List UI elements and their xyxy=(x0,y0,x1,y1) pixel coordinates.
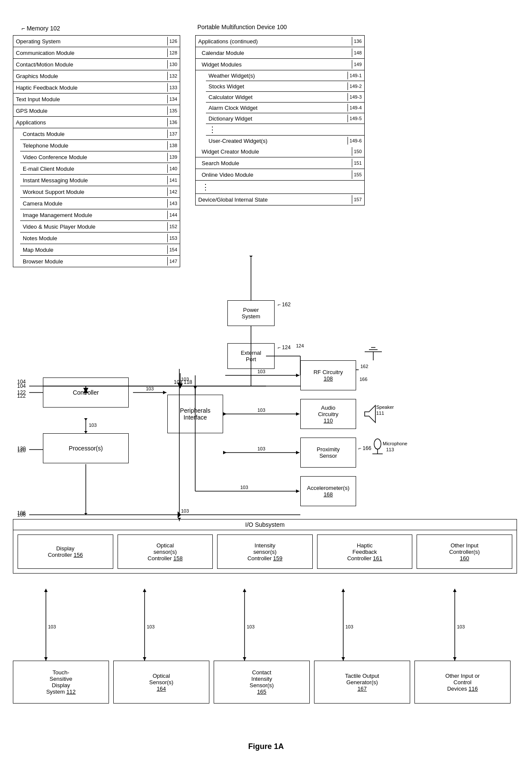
contacts-row: Contacts Module 137 xyxy=(20,128,180,140)
browser-row: Browser Module 147 xyxy=(20,256,180,267)
intensity-sensor-controller-box: Intensity sensor(s) Controller 159 xyxy=(217,534,313,569)
display-controller-box: Display Controller 156 xyxy=(18,534,113,569)
rf-circuitry-box: RF Circuitry 108 xyxy=(300,360,356,390)
svg-marker-75 xyxy=(365,405,375,423)
ext-port-ref-label: ⌐ 124 xyxy=(278,344,290,350)
svg-text:103: 103 xyxy=(257,446,265,451)
svg-marker-25 xyxy=(296,412,299,416)
svg-text:103: 103 xyxy=(257,369,265,374)
alarm-widget-row: Alarm Clock Widget 149-4 xyxy=(206,103,364,113)
svg-marker-16 xyxy=(163,391,166,394)
map-row: Map Module 154 xyxy=(20,244,180,256)
video-music-row: Video & Music Player Module 152 xyxy=(20,221,180,233)
proximity-sensor-box: Proximity Sensor xyxy=(300,438,356,468)
pmd-apps-header: Applications (continued) 136 xyxy=(196,36,364,47)
peripherals-interface-box: Peripherals Interface xyxy=(167,395,223,433)
online-video-row: Online Video Module 155 xyxy=(196,169,364,181)
svg-marker-24 xyxy=(223,412,227,416)
svg-marker-19 xyxy=(193,386,197,390)
contact-intensity-sensor-box: Contact Intensity Sensor(s) 165 xyxy=(214,661,310,704)
search-row: Search Module 151 xyxy=(196,157,364,169)
io-subsystem: I/O Subsystem Display Controller 156 Opt… xyxy=(13,519,517,574)
svg-marker-57 xyxy=(453,657,456,661)
email-row: E-mail Client Module 140 xyxy=(20,163,180,175)
svg-marker-53 xyxy=(342,657,345,661)
svg-text:124: 124 xyxy=(296,343,304,348)
gps-row: GPS Module 135 xyxy=(13,105,180,117)
svg-marker-28 xyxy=(223,451,227,454)
im-row: Instant Messaging Module 141 xyxy=(20,175,180,186)
svg-text:103: 103 xyxy=(240,485,248,490)
svg-marker-32 xyxy=(296,489,299,493)
widget-subitems: Weather Widget(s) 149-1 Stocks Widget 14… xyxy=(196,70,364,146)
svg-marker-21 xyxy=(296,374,299,377)
external-port-box: External Port xyxy=(227,343,275,369)
svg-marker-41 xyxy=(44,657,48,661)
sensor-row: Touch- Sensitive Display System 112 Opti… xyxy=(13,661,511,704)
svg-marker-91 xyxy=(249,256,253,257)
figure-caption: Figure 1A xyxy=(0,742,532,751)
tactile-output-box: Tactile Output Generator(s) 167 xyxy=(314,661,410,704)
svg-text:103: 103 xyxy=(247,624,254,629)
svg-text:118: 118 xyxy=(184,379,192,385)
io-controllers-row: Display Controller 156 Optical sensor(s)… xyxy=(13,530,517,573)
weather-widget-row: Weather Widget(s) 149-1 xyxy=(206,70,364,81)
calculator-widget-row: Calculator Widget 149-3 xyxy=(206,92,364,103)
svg-text:103: 103 xyxy=(181,377,189,382)
svg-text:Speaker: Speaker xyxy=(376,405,394,410)
apps-header-row: Applications 136 xyxy=(13,117,180,128)
other-input-controller-box: Other Input Controller(s) 160 xyxy=(417,534,512,569)
haptic-row: Haptic Feedback Module 133 xyxy=(13,82,180,94)
svg-text:103: 103 xyxy=(257,408,265,413)
controller-ref-104: 104 xyxy=(17,379,26,385)
audio-circuitry-box: Audio Circuitry 110 xyxy=(300,399,356,429)
svg-marker-45 xyxy=(143,657,146,661)
dictionary-widget-row: Dictionary Widget 149-5 xyxy=(206,113,364,124)
camera-row: Camera Module 143 xyxy=(20,198,180,209)
svg-text:103: 103 xyxy=(146,386,154,391)
telephone-row: Telephone Module 138 xyxy=(20,140,180,151)
contact-row: Contact/Motion Module 130 xyxy=(13,59,180,70)
svg-text:103: 103 xyxy=(181,508,189,513)
svg-text:166: 166 xyxy=(360,377,367,382)
os-row: Operating System 126 xyxy=(13,36,180,47)
memory-box: Operating System 126 Communication Modul… xyxy=(13,35,180,267)
svg-marker-58 xyxy=(453,589,456,592)
svg-marker-46 xyxy=(143,589,146,592)
haptic-controller-box: Haptic Feedback Controller 161 xyxy=(317,534,413,569)
controller-box: Controller xyxy=(43,377,129,408)
optical-sensor-controller-box: Optical sensor(s) Controller 158 xyxy=(118,534,213,569)
diagram-container: 103 103 103 103 xyxy=(0,0,532,764)
touch-display-box: Touch- Sensitive Display System 112 xyxy=(13,661,109,704)
pmd-label: Portable Multifunction Device 100 xyxy=(197,24,287,30)
image-mgmt-row: Image Management Module 144 xyxy=(20,209,180,221)
svg-text:162: 162 xyxy=(360,364,368,369)
text-input-row: Text Input Module 134 xyxy=(13,94,180,105)
dots-row-2: ⋮ xyxy=(196,181,364,194)
proximity-ref-label: ⌐ 166 xyxy=(358,445,371,451)
power-system-box: Power System xyxy=(227,300,275,326)
svg-point-78 xyxy=(374,439,381,449)
workout-row: Workout Support Module 142 xyxy=(20,186,180,198)
accelerometer-box: Accelerometer(s) 168 xyxy=(300,476,356,506)
optical-sensor-box: Optical Sensor(s) 164 xyxy=(113,661,209,704)
controller-ref-122: 122 xyxy=(17,393,26,399)
widgets-header-row: Widget Modules 149 xyxy=(196,59,364,70)
svg-text:Microphone: Microphone xyxy=(383,441,407,446)
dots-row-1: ⋮ xyxy=(206,124,364,136)
svg-marker-49 xyxy=(243,657,246,661)
svg-marker-5 xyxy=(178,383,181,386)
svg-text:113: 113 xyxy=(386,447,394,452)
io-header: I/O Subsystem xyxy=(13,519,517,530)
stocks-widget-row: Stocks Widget 149-2 xyxy=(206,81,364,92)
svg-marker-39 xyxy=(84,513,88,515)
svg-marker-50 xyxy=(243,589,246,592)
svg-text:103: 103 xyxy=(174,379,182,385)
memory-label: ⌐ Memory 102 xyxy=(21,25,60,32)
notes-row: Notes Module 153 xyxy=(20,233,180,244)
svg-text:103: 103 xyxy=(457,624,465,629)
svg-text:103: 103 xyxy=(89,423,97,428)
comm-row: Communication Module 128 xyxy=(13,47,180,59)
svg-marker-29 xyxy=(296,451,299,454)
svg-text:103: 103 xyxy=(48,624,56,629)
